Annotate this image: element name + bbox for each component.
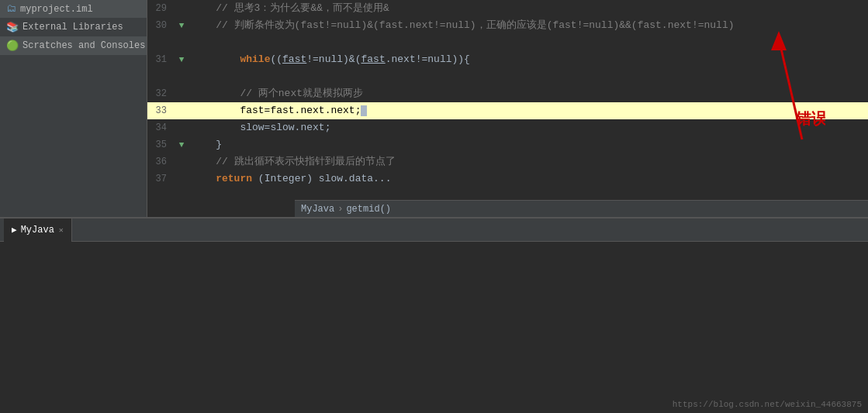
line-num-32: 32 <box>147 85 175 102</box>
code-paren: (( <box>270 53 282 65</box>
gutter-30: ▼ <box>175 17 188 34</box>
line-code-29: // 思考3：为什么要&&，而不是使用& <box>188 0 868 17</box>
line-num-37: 37 <box>147 170 175 188</box>
keyword-while: while <box>240 53 270 65</box>
panel-tab-myjava[interactable]: ▶ MyJava ✕ <box>4 219 72 242</box>
line-num-31: 31 <box>147 51 175 68</box>
sidebar-item-external-libraries[interactable]: 📚 External Libraries <box>0 18 147 36</box>
sidebar-item-label: myproject.iml <box>20 4 93 15</box>
error-arrow: 错误 <box>732 23 825 147</box>
run-icon: ▶ <box>12 225 17 235</box>
line-num-35: 35 <box>147 136 175 153</box>
breadcrumb-file: MyJava <box>301 204 334 215</box>
line-num-29: 29 <box>147 0 175 17</box>
code-line-37: 37 return (Integer) slow.data... <box>147 170 868 188</box>
panel-tab-label: MyJava <box>21 225 54 236</box>
svg-marker-1 <box>771 31 787 50</box>
bottom-panel: ▶ MyJava ✕ ▲ ▼ ≡ ⇅ 🖨 🗑 "C:\Program Files… <box>0 217 868 413</box>
sidebar-item-label: External Libraries <box>22 22 123 33</box>
code-line-36: 36 // 跳出循环表示快指针到最后的节点了 <box>147 153 868 170</box>
svg-text:错误: 错误 <box>795 110 825 127</box>
line-num-30: 30 <box>147 17 175 34</box>
project-file-icon: 🗂 <box>6 3 16 15</box>
code-fast2: fast <box>361 53 385 65</box>
gutter-35: ▼ <box>175 136 188 153</box>
gutter-31: ▼ <box>175 51 188 68</box>
panel-tabs: ▶ MyJava ✕ <box>0 219 868 242</box>
code-cmp1: !=null)&( <box>306 53 361 65</box>
breadcrumb-sep: › <box>337 204 343 215</box>
breadcrumb-method: getmid() <box>346 204 391 215</box>
scratches-icon: 🟢 <box>6 40 19 52</box>
breadcrumb-bar: MyJava › getmid() <box>295 200 868 217</box>
ext-libs-icon: 📚 <box>6 21 19 33</box>
line-num-34: 34 <box>147 119 175 136</box>
code-line-29: 29 // 思考3：为什么要&&，而不是使用& <box>147 0 868 17</box>
sidebar: 🗂 myproject.iml 📚 External Libraries 🟢 S… <box>0 0 147 217</box>
editor-content[interactable]: 29 // 思考3：为什么要&&，而不是使用& 30 ▼ // 判断条件改为(f… <box>147 0 868 201</box>
tab-close-icon[interactable]: ✕ <box>59 225 64 235</box>
line-code-36: // 跳出循环表示快指针到最后的节点了 <box>188 153 868 170</box>
line-num-36: 36 <box>147 153 175 170</box>
line-num-33: 33 <box>147 102 175 119</box>
sidebar-item-scratches[interactable]: 🟢 Scratches and Consoles <box>0 36 147 55</box>
sidebar-item-project-file[interactable]: 🗂 myproject.iml <box>0 0 147 18</box>
sidebar-item-label: Scratches and Consoles <box>22 40 145 51</box>
code-fast1: fast <box>282 53 306 65</box>
code-cmp2: .next!=null)){ <box>386 53 470 65</box>
cursor <box>361 105 367 116</box>
editor-area: 29 // 思考3：为什么要&&，而不是使用& 30 ▼ // 判断条件改为(f… <box>147 0 868 217</box>
line-code-37: return (Integer) slow.data... <box>188 170 868 188</box>
